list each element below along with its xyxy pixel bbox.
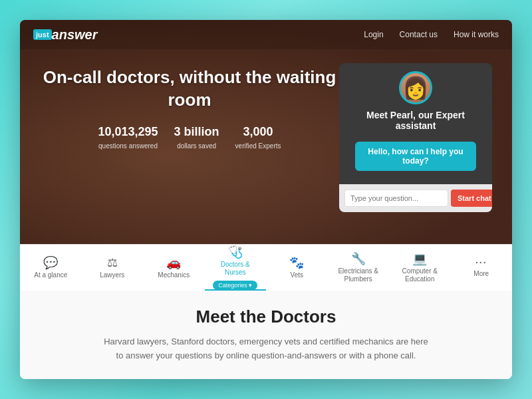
mechanics-icon: 🚗 xyxy=(166,257,181,269)
hero-stats: 10,013,295 questions answered 3 billion … xyxy=(40,125,339,151)
nav-contact[interactable]: Contact us xyxy=(400,30,438,39)
nav-login[interactable]: Login xyxy=(364,30,383,39)
cat-vets[interactable]: 🐾 Vets xyxy=(266,245,328,291)
nav-how-it-works[interactable]: How it works xyxy=(454,30,499,39)
at-a-glance-icon: 💬 xyxy=(43,257,58,269)
logo[interactable]: just answer xyxy=(33,27,98,43)
logo-answer: answer xyxy=(52,27,98,43)
cat-mechanics[interactable]: 🚗 Mechanics xyxy=(143,245,205,291)
computer-icon: 💻 xyxy=(412,253,427,265)
cat-doctors-nurses[interactable]: 🩺 Doctors &Nurses Categories ▾ xyxy=(205,245,267,291)
browser-window: just answer Login Contact us How it work… xyxy=(20,20,512,379)
vets-icon: 🐾 xyxy=(289,257,304,269)
section-title: Meet the Doctors xyxy=(47,307,485,327)
main-content: Meet the Doctors Harvard lawyers, Stanfo… xyxy=(20,291,512,379)
stat-questions-number: 10,013,295 xyxy=(98,125,158,139)
chat-submit-button[interactable]: Start chat xyxy=(451,190,492,207)
chat-title: Meet Pearl, our Expert assistant xyxy=(350,110,481,131)
chat-body: Start chat xyxy=(339,184,492,212)
cat-computer-label: Computer &Education xyxy=(402,267,438,283)
stat-experts-number: 3,000 xyxy=(235,125,281,139)
doctors-icon: 🩺 xyxy=(228,246,243,258)
lawyers-icon: ⚖ xyxy=(107,257,118,269)
chat-widget: Meet Pearl, our Expert assistant Hello, … xyxy=(339,63,492,212)
hero-section: just answer Login Contact us How it work… xyxy=(20,20,512,244)
hero-content: On-call doctors, without the waiting roo… xyxy=(20,20,512,244)
top-navigation: just answer Login Contact us How it work… xyxy=(20,20,512,49)
section-description: Harvard lawyers, Stanford doctors, emerg… xyxy=(100,335,432,363)
logo-just: just xyxy=(33,29,52,40)
avatar-face xyxy=(401,73,430,102)
avatar xyxy=(399,71,432,104)
stat-questions: 10,013,295 questions answered xyxy=(98,125,158,151)
cat-mechanics-label: Mechanics xyxy=(158,271,190,279)
cat-at-a-glance[interactable]: 💬 At a glance xyxy=(20,245,82,291)
category-navigation: 💬 At a glance ⚖ Lawyers 🚗 Mechanics 🩺 Do… xyxy=(20,244,512,291)
cat-electricians[interactable]: 🔧 Electricians &Plumbers xyxy=(328,245,390,291)
stat-experts: 3,000 verified Experts xyxy=(235,125,281,151)
chat-input[interactable] xyxy=(344,190,448,207)
cat-more-label: More xyxy=(473,270,489,278)
chat-header: Meet Pearl, our Expert assistant Hello, … xyxy=(339,63,492,184)
stat-dollars: 3 billion dollars saved xyxy=(174,125,219,151)
hero-title: On-call doctors, without the waiting roo… xyxy=(40,66,339,112)
cat-lawyers[interactable]: ⚖ Lawyers xyxy=(82,245,144,291)
cat-doctors-label: Doctors &Nurses xyxy=(221,261,250,277)
chat-bubble: Hello, how can I help you today? xyxy=(355,142,476,171)
cat-computer-education[interactable]: 💻 Computer &Education xyxy=(389,245,451,291)
cat-at-a-glance-label: At a glance xyxy=(34,271,67,279)
hero-left: On-call doctors, without the waiting roo… xyxy=(40,60,339,151)
stat-experts-label: verified Experts xyxy=(235,142,281,150)
stat-dollars-label: dollars saved xyxy=(177,142,216,150)
categories-badge[interactable]: Categories ▾ xyxy=(213,281,257,290)
stat-dollars-number: 3 billion xyxy=(174,125,219,139)
cat-electricians-label: Electricians &Plumbers xyxy=(338,267,378,283)
more-icon: ··· xyxy=(475,258,487,267)
nav-links: Login Contact us How it works xyxy=(364,30,499,39)
cat-lawyers-label: Lawyers xyxy=(100,271,124,279)
chat-input-row: Start chat xyxy=(344,190,487,207)
cat-more[interactable]: ··· More xyxy=(451,245,513,291)
cat-vets-label: Vets xyxy=(291,271,303,279)
stat-questions-label: questions answered xyxy=(98,142,158,150)
electricians-icon: 🔧 xyxy=(351,253,366,265)
